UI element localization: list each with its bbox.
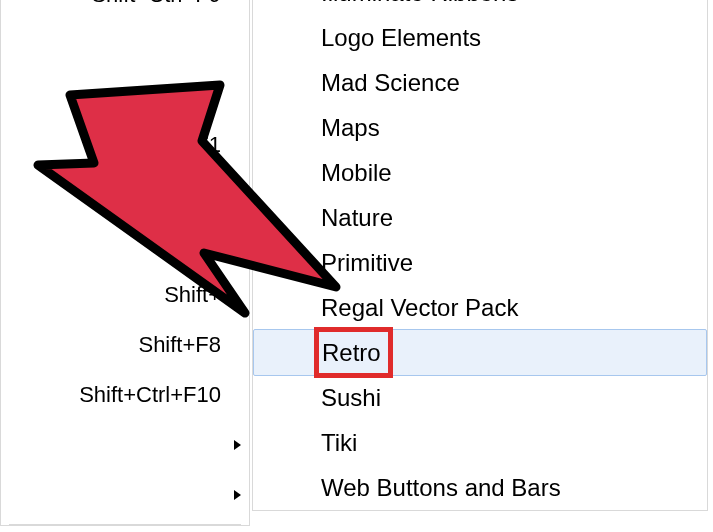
- shortcut-row[interactable]: Shift+F8: [1, 320, 249, 370]
- flyout-item-label: Logo Elements: [321, 24, 481, 52]
- shortcut-row[interactable]: Shift+: [1, 270, 249, 320]
- shortcut-row[interactable]: [1, 170, 249, 220]
- flyout-item-label: Primitive: [321, 249, 413, 277]
- flyout-item-label: Web Buttons and Bars: [321, 474, 561, 502]
- flyout-item[interactable]: Maps: [253, 105, 707, 150]
- flyout-item[interactable]: Nature: [253, 195, 707, 240]
- menu-divider: [9, 524, 241, 525]
- flyout-item[interactable]: Mobile: [253, 150, 707, 195]
- shortcut-row[interactable]: l+F1: [1, 120, 249, 170]
- flyout-item[interactable]: Tiki: [253, 420, 707, 465]
- shortcut-row[interactable]: [1, 420, 249, 470]
- shortcuts-menu: Shift+Ctrl+F9l+F1Shift+Shift+F8Shift+Ctr…: [0, 0, 250, 526]
- flyout-item-label: Maps: [321, 114, 380, 142]
- shortcut-row[interactable]: [1, 20, 249, 70]
- shortcut-row[interactable]: Shift+Ctrl+F9: [1, 0, 249, 20]
- shortcut-row[interactable]: [1, 70, 249, 120]
- flyout-item-label: Sushi: [321, 384, 381, 412]
- shortcut-text: Shift+Ctrl+F9: [91, 0, 221, 8]
- flyout-item[interactable]: Illuminate Ribbons: [253, 0, 707, 15]
- shortcut-row[interactable]: [1, 470, 249, 520]
- shortcut-row[interactable]: [1, 220, 249, 270]
- shortcut-text: Shift+: [164, 282, 221, 308]
- screenshot-root: Shift+Ctrl+F9l+F1Shift+Shift+F8Shift+Ctr…: [0, 0, 713, 532]
- flyout-item[interactable]: Mad Science: [253, 60, 707, 105]
- flyout-menu: Illuminate RibbonsLogo ElementsMad Scien…: [252, 0, 708, 511]
- shortcut-row[interactable]: Shift+Ctrl+F10: [1, 370, 249, 420]
- shortcut-text: l+F1: [178, 132, 221, 158]
- shortcut-text: Shift+F8: [138, 332, 221, 358]
- flyout-item[interactable]: Regal Vector Pack: [253, 285, 707, 330]
- flyout-item-label: Regal Vector Pack: [321, 294, 518, 322]
- flyout-item-label: Retro: [322, 339, 381, 367]
- shortcut-text: Shift+Ctrl+F10: [79, 382, 221, 408]
- flyout-item-label: Nature: [321, 204, 393, 232]
- flyout-item[interactable]: Logo Elements: [253, 15, 707, 60]
- flyout-item[interactable]: Web Buttons and Bars: [253, 465, 707, 510]
- flyout-item-label: Tiki: [321, 429, 357, 457]
- flyout-item[interactable]: Retro: [253, 329, 707, 376]
- flyout-item-label: Mobile: [321, 159, 392, 187]
- flyout-item-label: Illuminate Ribbons: [321, 0, 518, 7]
- flyout-item[interactable]: Sushi: [253, 375, 707, 420]
- flyout-item[interactable]: Primitive: [253, 240, 707, 285]
- flyout-item-label: Mad Science: [321, 69, 460, 97]
